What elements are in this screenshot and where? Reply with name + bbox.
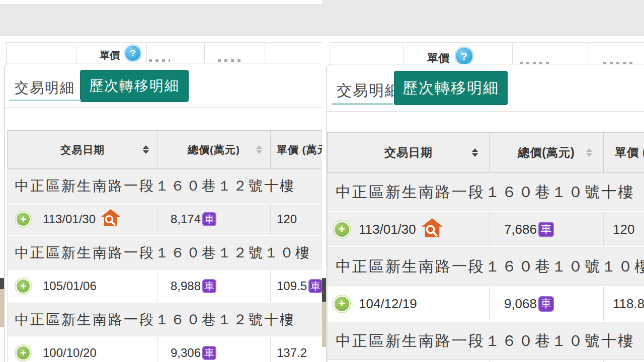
unit-price-cell: 118.8 bbox=[603, 287, 644, 321]
address-text: 中正區新生南路一段１６０巷１０號十樓 bbox=[336, 331, 634, 351]
house-search-icon[interactable] bbox=[421, 218, 443, 241]
column-header-unit-price[interactable]: 單價 (萬元 bbox=[270, 131, 322, 168]
date-cell: +100/10/20 bbox=[8, 337, 157, 362]
table-row: +105/01/068,988車109.5車 bbox=[8, 269, 322, 303]
expand-row-button[interactable]: + bbox=[334, 296, 350, 312]
unit-price-header-label: 單價 bbox=[100, 49, 120, 62]
date-cell: +113/01/30 bbox=[8, 204, 157, 235]
parking-included-badge: 車 bbox=[308, 279, 322, 293]
address-group-row: 中正區新生南路一段１６０巷１０號十樓 bbox=[328, 322, 644, 360]
total-price-value: 9,068 bbox=[500, 296, 537, 312]
table-row: +113/01/307,686車120 bbox=[328, 211, 644, 247]
panel-right: 單價 ? 交易明細 歷次轉移明細 交易日期總價(萬元)單價 (萬 中正區新生南路… bbox=[322, 0, 644, 362]
tab-transaction-detail[interactable]: 交易明細 bbox=[337, 80, 401, 101]
transaction-date: 100/10/20 bbox=[43, 346, 97, 360]
unit-price-cell: 120 bbox=[603, 212, 644, 246]
total-price-cell: 8,174車 bbox=[157, 204, 270, 235]
sort-icon bbox=[586, 148, 592, 157]
parking-included-badge: 車 bbox=[202, 212, 216, 226]
date-cell: +113/01/30 bbox=[328, 212, 489, 246]
table-row: +113/01/308,174車120 bbox=[8, 203, 322, 236]
table-row: +104/12/199,068車118.8 bbox=[328, 286, 644, 322]
help-question-icon[interactable]: ? bbox=[456, 48, 472, 64]
total-price-cell: 9,068車 bbox=[489, 287, 603, 321]
page-gray-band bbox=[0, 4, 322, 36]
column-header-label: 交易日期 bbox=[384, 145, 433, 160]
clipped-text-fragment bbox=[149, 59, 170, 62]
parking-included-badge: 車 bbox=[538, 222, 554, 237]
transaction-date: 104/12/19 bbox=[359, 296, 417, 312]
tab-underline bbox=[10, 100, 81, 101]
column-header-label: 總價(萬元) bbox=[188, 143, 240, 157]
sort-icon bbox=[143, 145, 149, 154]
address-text: 中正區新生南路一段１６０巷１２號十樓 bbox=[15, 176, 295, 196]
transfer-history-popup: 交易明細 歷次轉移明細 交易日期總價(萬元)單價 (萬元 中正區新生南路一段１６… bbox=[4, 63, 322, 362]
total-price-value: 8,988 bbox=[168, 279, 201, 293]
transaction-date: 105/01/06 bbox=[43, 279, 97, 293]
address-group-row: 中正區新生南路一段１６０巷１０號１０樓 bbox=[328, 247, 644, 286]
transaction-date: 113/01/30 bbox=[359, 222, 416, 237]
tab-transaction-detail[interactable]: 交易明細 bbox=[15, 78, 75, 98]
unit-price-cell: 120 bbox=[270, 204, 322, 235]
tab-underline bbox=[332, 103, 393, 105]
table-row: +100/10/209,306車137.2 bbox=[8, 336, 322, 362]
total-price-cell: 8,988車 bbox=[157, 270, 270, 302]
address-text: 中正區新生南路一段１６０巷１０號十樓 bbox=[336, 182, 634, 203]
column-header-label: 交易日期 bbox=[60, 143, 105, 157]
column-header-label: 總價(萬元) bbox=[518, 145, 575, 160]
unit-price-cell: 109.5車 bbox=[270, 270, 322, 302]
total-price-value: 9,306 bbox=[168, 346, 201, 360]
parking-included-badge: 車 bbox=[202, 346, 216, 360]
total-price-cell: 9,306車 bbox=[157, 337, 270, 362]
clipped-text-fragment bbox=[218, 59, 241, 62]
address-text: 中正區新生南路一段１６０巷１２號十樓 bbox=[15, 310, 295, 329]
address-text: 中正區新生南路一段１６０巷１０號１０樓 bbox=[336, 256, 644, 277]
expand-row-button[interactable]: + bbox=[16, 345, 31, 360]
table-body: 中正區新生南路一段１６０巷１２號十樓+113/01/308,174車120中正區… bbox=[8, 169, 322, 362]
tab-transfer-history[interactable]: 歷次轉移明細 bbox=[394, 71, 508, 105]
total-price-value: 8,174 bbox=[168, 212, 201, 226]
address-text: 中正區新生南路一段１６０巷１２號１０樓 bbox=[15, 243, 311, 262]
expand-row-button[interactable]: + bbox=[334, 221, 350, 238]
expand-row-button[interactable]: + bbox=[16, 279, 31, 294]
help-question-icon[interactable]: ? bbox=[125, 46, 140, 61]
table-header-row: 交易日期總價(萬元)單價 (萬 bbox=[328, 132, 644, 173]
expand-row-button[interactable]: + bbox=[16, 212, 31, 227]
table-header-row: 交易日期總價(萬元)單價 (萬元 bbox=[8, 130, 322, 169]
background-table-header: 單價 ? bbox=[6, 42, 322, 64]
sort-icon bbox=[472, 148, 478, 157]
column-divider bbox=[204, 43, 205, 64]
transfer-table: 交易日期總價(萬元)單價 (萬元 中正區新生南路一段１６０巷１２號十樓+113/… bbox=[7, 130, 322, 362]
column-header-unit-price[interactable]: 單價 (萬 bbox=[603, 133, 644, 172]
page-gray-band bbox=[322, 0, 644, 36]
date-cell: +105/01/06 bbox=[8, 270, 157, 302]
unit-price-value: 120 bbox=[277, 212, 297, 226]
column-divider bbox=[76, 43, 76, 64]
column-header-date[interactable]: 交易日期 bbox=[8, 131, 157, 168]
column-header-date[interactable]: 交易日期 bbox=[328, 133, 489, 172]
tabs-divider bbox=[327, 111, 644, 112]
address-group-row: 中正區新生南路一段１６０巷１２號十樓 bbox=[8, 303, 322, 336]
unit-price-value: 120 bbox=[613, 222, 634, 237]
address-group-row: 中正區新生南路一段１６０巷１２號１０樓 bbox=[8, 236, 322, 269]
table-body: 中正區新生南路一段１６０巷１０號十樓+113/01/307,686車120中正區… bbox=[328, 173, 644, 362]
transaction-date: 113/01/30 bbox=[43, 212, 96, 226]
column-divider bbox=[146, 43, 147, 64]
parking-included-badge: 車 bbox=[202, 279, 216, 293]
unit-price-value: 118.8 bbox=[613, 296, 644, 312]
column-header-total-price[interactable]: 總價(萬元) bbox=[489, 133, 603, 172]
unit-price-value: 137.2 bbox=[277, 346, 307, 360]
house-search-icon[interactable] bbox=[101, 209, 121, 230]
tab-transfer-history[interactable]: 歷次轉移明細 bbox=[80, 70, 189, 102]
panel-left: 單價 ? 交易明細 歷次轉移明細 交易日期總價(萬元)單價 (萬元 中正區新生南… bbox=[0, 0, 322, 362]
sort-icon bbox=[256, 145, 262, 154]
address-group-row: 中正區新生南路一段１６０巷１０號十樓 bbox=[328, 173, 644, 211]
unit-price-cell: 137.2 bbox=[270, 337, 322, 362]
address-group-row: 中正區新生南路一段１６０巷１２號十樓 bbox=[8, 169, 322, 203]
unit-price-value: 109.5 bbox=[277, 279, 307, 293]
column-header-label: 單價 (萬 bbox=[615, 145, 644, 160]
column-header-total-price[interactable]: 總價(萬元) bbox=[157, 131, 270, 168]
date-cell: +104/12/19 bbox=[328, 287, 489, 321]
column-divider bbox=[265, 43, 265, 64]
tabs-divider bbox=[5, 107, 322, 108]
